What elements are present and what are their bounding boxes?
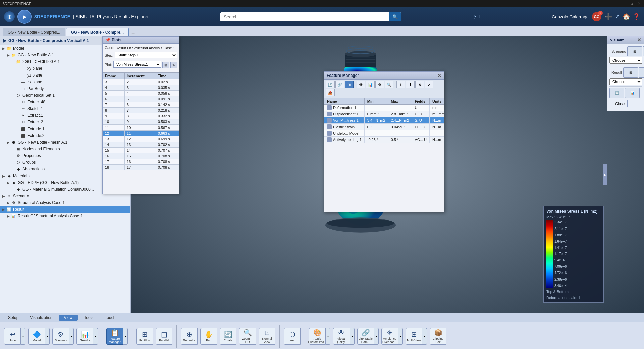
plot-expand-btn[interactable]: ⊞ (162, 62, 169, 68)
fm-export-btn[interactable]: 📤 (326, 89, 335, 96)
plots-row[interactable]: 650.091 s (103, 96, 179, 102)
search-input[interactable] (220, 12, 389, 21)
plots-row[interactable]: 870.218 s (103, 108, 179, 113)
right-expand-handle[interactable]: ▶ (603, 164, 607, 185)
help-icon[interactable]: ❓ (633, 13, 640, 20)
viz-close-button[interactable]: Close (612, 100, 628, 107)
link-dropdown-btn[interactable]: ▾ (374, 328, 379, 345)
toolbar-btn-scenario[interactable]: ⚙Scenario (52, 328, 69, 345)
toolbar-btn-normal[interactable]: ⊡Normal View (259, 328, 275, 345)
viz-close-x[interactable]: ✕ (637, 37, 641, 43)
fm-view-btn[interactable]: 👁 (357, 81, 365, 88)
toolbar-btn-pan[interactable]: ✋Pan (200, 328, 217, 345)
ambience-dropdown-btn[interactable]: ▾ (398, 328, 403, 345)
tree-item[interactable]: ▶📊Result Of Structural Analysis Case.1 (0, 213, 130, 219)
viz-result-btn2[interactable]: ▦ (639, 67, 644, 78)
feature-dropdown-btn[interactable]: ▾ (123, 328, 128, 345)
plots-row[interactable]: 13120.699 s (103, 136, 179, 142)
fm-settings-btn[interactable]: ⚙ (375, 81, 384, 88)
toolbar-btn-iso[interactable]: ⬡iso (284, 328, 301, 345)
toolbar-btn-multiview[interactable]: ⊞Multi-View (406, 328, 422, 345)
share-icon[interactable]: ↗ (615, 13, 620, 20)
plots-row[interactable]: 320.02 s (103, 79, 179, 85)
fm-down2-btn[interactable]: ↙ (425, 81, 433, 88)
maximize-button[interactable]: □ (629, 1, 634, 6)
fm-multi-btn[interactable]: ⊠ (415, 81, 424, 88)
tab-1[interactable]: GG - New Bottle - Compres... (3, 28, 65, 36)
fm-row[interactable]: Displacement.10 mm *2.8...mm *U, Um...mm (324, 111, 444, 117)
plots-row[interactable]: 430.035 s (103, 85, 179, 91)
minimize-button[interactable]: — (622, 1, 627, 6)
toolbar-btn-parallel[interactable]: ◫Parallel (156, 328, 172, 345)
toolbar-btn-fit[interactable]: ⊞Fit All In (136, 328, 153, 345)
toolbar-tab-view[interactable]: View (59, 315, 78, 321)
search-button[interactable]: 🔍 (389, 12, 401, 21)
viz-extra-btn1[interactable]: 🔄 (609, 88, 624, 98)
home-icon[interactable]: 🏠 (623, 13, 630, 20)
close-button[interactable]: ✕ (637, 1, 641, 6)
toolbar-btn-undo[interactable]: ↩Undo (4, 328, 21, 345)
fm-filter-btn[interactable]: 🔍 (385, 81, 393, 88)
fm-row[interactable]: Actively...elding.1-0.25 *0.5 *AC... UN.… (324, 137, 444, 143)
plots-row[interactable]: 11100.567 s (103, 125, 179, 131)
tree-item[interactable]: ▶📊Result (0, 206, 130, 213)
toolbar-tab-setup[interactable]: Setup (3, 315, 24, 321)
toolbar-btn-recentre[interactable]: ⊕Recentre (181, 328, 198, 345)
toolbar-btn-link[interactable]: 🔗Link Static Cam... (357, 328, 374, 345)
plots-row[interactable]: 14130.702 s (103, 142, 179, 148)
visual-dropdown-btn[interactable]: ▾ (350, 328, 355, 345)
plots-row[interactable]: 17160.708 s (103, 159, 179, 165)
fm-row[interactable]: Undefo... Model-------------- (324, 130, 444, 137)
add-icon[interactable]: ➕ (605, 13, 612, 20)
fm-row[interactable]: Von Mi...tress.13.4...N_m22.4...N_m2S, U… (324, 117, 444, 124)
viz-scenario-btn2[interactable]: ▦ (643, 46, 644, 56)
user-avatar[interactable]: GG 6 (592, 12, 601, 21)
fm-close-button[interactable]: ✕ (437, 73, 441, 78)
plot-settings-btn[interactable]: ✎ (170, 62, 177, 68)
plots-row[interactable]: 980.332 s (103, 113, 179, 119)
undo-dropdown-btn[interactable]: ▾ (21, 328, 25, 345)
viz-scenario-select[interactable]: Choose... (609, 57, 642, 64)
toolbar-btn-visual[interactable]: 👁Visual Quality... (333, 328, 350, 345)
plot-select[interactable]: Von Mises Stress.1 (113, 61, 161, 68)
fm-row[interactable]: Plastic Strain.10 *0.0459 *PE... UN...m (324, 124, 444, 130)
toolbar-btn-zoom[interactable]: 🔍Zoom In Out (239, 328, 256, 345)
fm-table-btn[interactable]: ⊞ (345, 81, 354, 88)
toolbar-btn-apply[interactable]: 🎨Apply Customized... (309, 328, 326, 345)
toolbar-btn-model[interactable]: 🔷Model (28, 328, 45, 345)
plots-row[interactable]: 540.058 s (103, 91, 179, 96)
toolbar-btn-clipping[interactable]: 📦Clipping Box (430, 328, 446, 345)
plots-row[interactable]: 1090.503 s (103, 119, 179, 125)
tree-item[interactable]: ▶⚙Structural Analysis Case.1 (0, 199, 130, 206)
viz-extra-btn2[interactable]: 📊 (625, 88, 640, 98)
viz-result-select[interactable]: Choose... (609, 78, 642, 85)
multiview-dropdown-btn[interactable]: ▾ (422, 328, 427, 345)
plots-row[interactable]: 760.142 s (103, 102, 179, 108)
fm-row[interactable]: Deformation.1--------------Umm (324, 105, 444, 111)
results-dropdown-btn[interactable]: ▾ (93, 328, 98, 345)
plots-row[interactable]: 16150.708 s (103, 153, 179, 159)
fm-link-btn[interactable]: 🔗 (335, 81, 344, 88)
viz-result-btn1[interactable]: ⊞ (623, 67, 638, 78)
bookmark-icon[interactable]: 🏷 (473, 13, 480, 21)
tab-2[interactable]: GG - New Bottle - Compre... (66, 28, 129, 36)
fm-refresh-btn[interactable]: 🔄 (326, 81, 335, 88)
toolbar-tab-touch[interactable]: Touch (99, 315, 121, 321)
fm-expand-btn[interactable]: ⬆ (396, 81, 405, 88)
fm-plot-btn[interactable]: 📊 (366, 81, 375, 88)
model-dropdown-btn[interactable]: ▾ (45, 328, 50, 345)
toolbar-btn-rotate[interactable]: 🔄Rotate (220, 328, 236, 345)
scenario-dropdown-btn[interactable]: ▾ (69, 328, 74, 345)
toolbar-btn-results[interactable]: 📊Results (76, 328, 93, 345)
play-button[interactable]: ▶ (17, 10, 32, 24)
step-select[interactable]: Static Step.1 (115, 52, 177, 58)
compass-icon[interactable]: ⊕ (4, 11, 15, 22)
plots-row[interactable]: 18170.708 s (103, 165, 179, 170)
toolbar-tab-visualization[interactable]: Visualization (24, 315, 58, 321)
plots-row[interactable]: 15140.707 s (103, 148, 179, 153)
apply-dropdown-btn[interactable]: ▾ (326, 328, 330, 345)
viz-scenario-btn1[interactable]: ⊞ (627, 46, 642, 56)
plots-row[interactable]: 12110.663 s (103, 131, 179, 136)
panel-pin[interactable]: 📌 (105, 38, 110, 42)
toolbar-btn-ambience[interactable]: ☀Ambience Overload... (381, 328, 398, 345)
